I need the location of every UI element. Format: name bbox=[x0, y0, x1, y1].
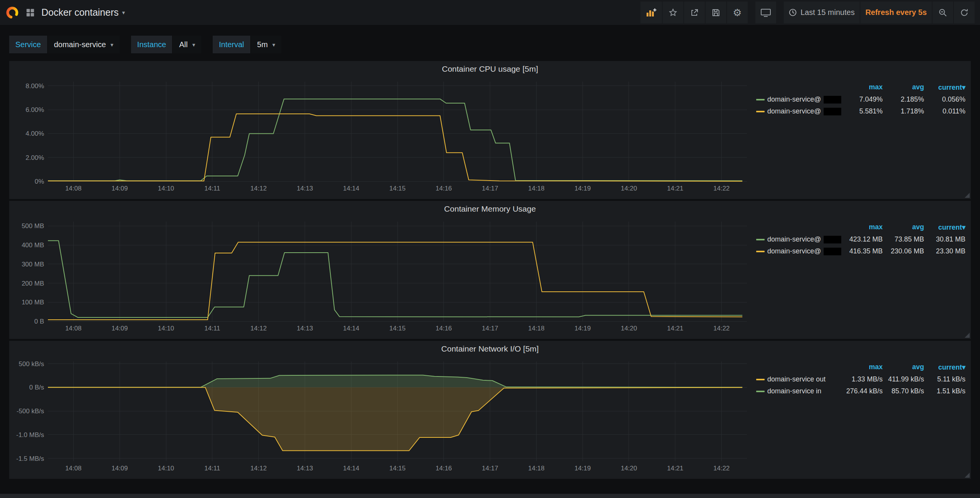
cpu-usage-legend: maxavgcurrent▾domain-service@7.049%2.185… bbox=[755, 77, 969, 196]
dashboard-panels: Container CPU usage [5m] 14:0814:0914:10… bbox=[0, 61, 980, 479]
chevron-down-icon: ▾ bbox=[110, 42, 113, 48]
panel-resize-handle[interactable] bbox=[965, 193, 970, 198]
refresh-interval-picker[interactable]: Refresh every 5s bbox=[860, 2, 932, 23]
time-series-plot: 14:0814:0914:1014:1114:1214:1314:1414:15… bbox=[11, 217, 755, 334]
add-panel-button[interactable] bbox=[640, 2, 662, 23]
x-axis-label: 14:22 bbox=[713, 185, 730, 192]
x-axis-label: 14:19 bbox=[575, 185, 591, 192]
refresh-icon bbox=[960, 8, 969, 17]
variable-interval-dropdown[interactable]: 5m ▾ bbox=[251, 36, 281, 53]
memory-usage-graph[interactable]: 14:0814:0914:1014:1114:1214:1314:1414:15… bbox=[11, 217, 755, 334]
legend-sort-max[interactable]: max bbox=[841, 223, 883, 232]
network-io-legend: maxavgcurrent▾domain-service out1.33 MB/… bbox=[755, 357, 969, 476]
panel-memory-usage: Container Memory Usage 14:0814:0914:1014… bbox=[9, 201, 971, 339]
series-line bbox=[48, 242, 742, 320]
cycle-view-mode-button[interactable] bbox=[755, 2, 776, 23]
legend-series-label[interactable]: domain-service in bbox=[756, 387, 841, 395]
network-io-graph[interactable]: 14:0814:0914:1014:1114:1214:1314:1414:15… bbox=[11, 357, 755, 474]
legend-header-spacer bbox=[756, 83, 841, 92]
series-line bbox=[48, 99, 742, 181]
x-axis-label: 14:19 bbox=[575, 465, 591, 472]
grid bbox=[48, 222, 747, 321]
legend-series-label[interactable]: domain-service@ bbox=[756, 247, 841, 255]
legend-sort-max[interactable]: max bbox=[841, 83, 883, 92]
panel-title[interactable]: Container Memory Usage bbox=[9, 201, 971, 217]
y-axis-label: 500 MB bbox=[21, 222, 44, 230]
time-series-plot: 14:0814:0914:1014:1114:1214:1314:1414:15… bbox=[11, 77, 755, 194]
variable-service: Service domain-service ▾ bbox=[9, 36, 120, 53]
y-axis-label: -500 kB/s bbox=[16, 408, 44, 415]
legend-series-label[interactable]: domain-service out bbox=[756, 375, 841, 383]
panel-title[interactable]: Container Network I/O [5m] bbox=[9, 341, 971, 357]
series-color-dash bbox=[756, 379, 765, 380]
legend-value: 423.12 MB bbox=[841, 235, 883, 243]
legend-series-label[interactable]: domain-service@ bbox=[756, 107, 841, 115]
legend-sort-max[interactable]: max bbox=[841, 363, 883, 371]
dashboards-grid-icon[interactable] bbox=[25, 8, 35, 18]
legend-value: 0.056% bbox=[924, 95, 965, 104]
dashboard-settings-button[interactable]: ⚙ bbox=[727, 2, 748, 23]
grafana-logo-icon[interactable] bbox=[5, 6, 19, 20]
legend-sort-avg[interactable]: avg bbox=[883, 83, 924, 92]
legend-header-spacer bbox=[756, 363, 841, 371]
time-range-picker[interactable]: Last 15 minutes bbox=[784, 2, 860, 23]
legend-value: 73.85 MB bbox=[883, 235, 924, 243]
legend-value: 23.30 MB bbox=[924, 247, 965, 255]
y-axis-label: 6.00% bbox=[26, 106, 44, 113]
chevron-down-icon: ▾ bbox=[192, 42, 195, 48]
legend-value: 1.718% bbox=[883, 107, 924, 115]
x-axis-label: 14:08 bbox=[65, 465, 82, 472]
x-axis-label: 14:11 bbox=[204, 325, 220, 332]
add-panel-icon bbox=[645, 8, 657, 18]
x-axis-label: 14:19 bbox=[575, 325, 591, 332]
clock-icon bbox=[789, 8, 797, 16]
cpu-usage-graph[interactable]: 14:0814:0914:1014:1114:1214:1314:1414:15… bbox=[11, 77, 755, 194]
x-axis-label: 14:14 bbox=[343, 185, 359, 192]
share-dashboard-button[interactable] bbox=[684, 2, 705, 23]
star-icon bbox=[668, 8, 678, 17]
y-axis-label: 300 MB bbox=[21, 261, 44, 268]
y-axis-label: 200 MB bbox=[21, 280, 44, 287]
legend-value: 30.81 MB bbox=[924, 235, 965, 243]
save-dashboard-button[interactable] bbox=[706, 2, 726, 23]
dashboard-title-dropdown[interactable]: Docker containers ▾ bbox=[41, 7, 125, 18]
top-navbar: Docker containers ▾ bbox=[0, 0, 980, 25]
x-axis-label: 14:18 bbox=[528, 325, 545, 332]
zoom-out-button[interactable] bbox=[932, 2, 953, 23]
x-axis-label: 14:15 bbox=[389, 465, 406, 472]
legend-sort-current[interactable]: current▾ bbox=[924, 83, 965, 92]
bottom-edge-strip bbox=[0, 494, 980, 498]
save-icon bbox=[711, 8, 721, 17]
legend-series-label[interactable]: domain-service@ bbox=[756, 235, 841, 243]
y-axis-label: 500 kB/s bbox=[19, 360, 44, 368]
chevron-down-icon: ▾ bbox=[122, 10, 125, 15]
x-axis-label: 14:20 bbox=[621, 325, 637, 332]
x-axis-label: 14:17 bbox=[482, 325, 498, 332]
x-axis-label: 14:15 bbox=[389, 325, 406, 332]
variable-instance-dropdown[interactable]: All ▾ bbox=[173, 36, 201, 53]
legend-sort-avg[interactable]: avg bbox=[883, 363, 924, 371]
refresh-dashboard-button[interactable] bbox=[954, 2, 975, 23]
variable-service-label: Service bbox=[9, 36, 47, 53]
x-axis-label: 14:11 bbox=[204, 185, 220, 192]
star-dashboard-button[interactable] bbox=[663, 2, 683, 23]
series-area bbox=[48, 387, 742, 450]
x-axis-label: 14:22 bbox=[713, 465, 730, 472]
panel-title[interactable]: Container CPU usage [5m] bbox=[9, 61, 971, 77]
x-axis-label: 14:08 bbox=[65, 325, 82, 332]
y-axis-label: -1.5 MB/s bbox=[16, 455, 44, 462]
legend-series-label[interactable]: domain-service@ bbox=[756, 95, 841, 104]
x-axis-label: 14:21 bbox=[667, 185, 683, 192]
legend-value: 85.70 kB/s bbox=[883, 387, 924, 395]
x-axis-label: 14:10 bbox=[158, 185, 174, 192]
variable-interval: Interval 5m ▾ bbox=[213, 36, 281, 53]
variable-service-dropdown[interactable]: domain-service ▾ bbox=[48, 36, 120, 53]
variable-instance: Instance All ▾ bbox=[131, 36, 201, 53]
share-icon bbox=[690, 8, 699, 17]
legend-sort-current[interactable]: current▾ bbox=[924, 223, 965, 232]
panel-resize-handle[interactable] bbox=[965, 473, 970, 478]
panel-resize-handle[interactable] bbox=[965, 333, 970, 338]
series-color-dash bbox=[756, 251, 765, 252]
legend-sort-current[interactable]: current▾ bbox=[924, 363, 965, 371]
legend-sort-avg[interactable]: avg bbox=[883, 223, 924, 232]
